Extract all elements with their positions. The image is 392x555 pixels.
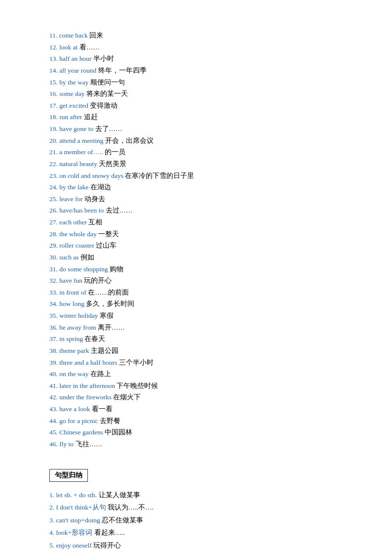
vocab-en: have/has been to [59,207,104,214]
vocab-num: 30. [49,254,59,261]
vocab-zh: 例如 [80,254,94,261]
vocab-zh: 动身去 [84,195,105,203]
vocab-en: run after [59,113,82,121]
vocab-en: attend a meeting [59,137,103,144]
grammar-num: 3. [49,516,56,524]
vocab-en: how long [59,300,84,307]
vocab-zh: 在寒冷的下雪的日子里 [125,172,194,179]
vocab-num: 15. [49,79,59,86]
vocab-item: 35. winter holiday 寒假 [49,310,353,322]
vocab-zh: 去野餐 [100,417,120,425]
vocab-num: 11. [49,32,59,39]
vocab-item: 19. have gone to 去了…… [49,123,353,135]
vocab-num: 34. [49,300,59,307]
vocab-num: 26. [49,207,59,214]
vocab-item: 16. some day 将来的某一天 [49,88,353,100]
vocab-item: 36. be away from 离开…… [49,322,353,334]
vocab-zh: 变得激动 [90,102,118,109]
grammar-item: 4. look+形容词 看起来….. [49,526,353,539]
vocab-zh: 半小时 [93,55,114,62]
vocab-en: natural beauty [59,160,97,168]
vocab-item: 26. have/has been to 去过…… [49,205,353,216]
vocab-item: 14. all year round 终年，一年四季 [49,65,353,77]
vocab-num: 12. [49,43,59,51]
vocab-zh: 天然美景 [99,160,126,168]
vocab-num: 35. [49,312,59,319]
vocab-item: 13. half an hour 半小时 [49,53,353,65]
vocab-en: have gone to [59,125,93,132]
vocab-num: 25. [49,195,59,203]
vocab-num: 39. [49,359,59,366]
vocab-en: under the fireworks [59,393,112,401]
vocab-item: 39. three and a half hours 三个半小时 [49,357,353,369]
vocab-zh: 过山车 [96,242,117,249]
vocab-item: 43. have a look 看一看 [49,403,353,415]
vocab-en: have a look [59,405,90,413]
vocab-num: 45. [49,428,59,436]
grammar-num: 2. [49,504,56,511]
vocab-en: on the way [59,370,88,378]
vocab-item: 38. theme park 主题公园 [49,345,353,357]
grammar-en: enjoy oneself [56,542,92,549]
vocab-en: winter holiday [59,312,98,319]
vocab-num: 19. [49,125,59,132]
vocab-zh: 去过…… [106,207,133,214]
vocab-item: 37. in spring 在春天 [49,333,353,345]
vocab-en: a member of….. [59,148,103,156]
vocab-item: 28. the whole day 一整天 [49,228,353,240]
grammar-zh: 我认为…..不…. [108,504,154,511]
vocab-zh: 互相 [88,218,102,226]
vocab-zh: 一整天 [98,230,119,238]
vocab-zh: 多久，多长时间 [86,300,134,307]
grammar-en: can't stop+doing [56,516,100,524]
vocab-en: come back [59,32,88,39]
vocab-en: roller coaster [59,242,94,249]
vocab-item: 45. Chinese gardens 中国园林 [49,427,353,438]
vocab-zh: 去了…… [95,125,122,132]
vocab-num: 32. [49,277,59,284]
vocab-item: 46. fly to 飞往…… [49,438,353,450]
grammar-num: 5. [49,542,56,549]
vocab-item: 24. by the lake 在湖边 [49,181,353,193]
grammar-zh: 让某人做某事 [99,491,140,499]
vocab-item: 25. leave for 动身去 [49,193,353,205]
vocab-zh: 玩的开心 [84,277,112,284]
vocab-en: fly to [59,440,74,448]
vocab-en: later in the afternoon [59,382,115,389]
vocab-zh: 将来的某一天 [86,90,128,97]
vocab-en: some day [59,90,84,97]
vocab-en: Chinese gardens [59,428,103,436]
grammar-zh: 看起来….. [94,529,125,536]
vocab-en: by the lake [59,183,88,191]
vocab-zh: 飞往…… [76,440,103,448]
vocab-num: 29. [49,242,59,249]
vocab-zh: 看一看 [92,405,113,413]
vocab-num: 23. [49,172,59,179]
vocab-en: the whole day [59,230,97,238]
vocab-en: by the way [59,79,88,86]
vocab-num: 33. [49,289,59,296]
grammar-zh: 忍不住做某事 [102,516,143,524]
vocab-num: 43. [49,405,59,413]
grammar-en: I don't think+从句 [56,504,106,511]
vocab-zh: 的一员 [105,148,125,156]
vocab-en: half an hour [59,55,91,62]
vocab-item: 44. go for a picnic 去野餐 [49,415,353,427]
vocab-item: 22. natural beauty 天然美景 [49,158,353,170]
vocab-zh: 顺便问一句 [90,79,125,86]
vocab-item: 18. run after 追赶 [49,111,353,123]
vocab-en: have fun [59,277,82,284]
grammar-en: look+形容词 [56,529,93,536]
vocab-zh: 寒假 [100,312,114,319]
vocab-zh: 回来 [89,32,103,39]
grammar-zh: 玩得开心 [93,542,121,549]
vocab-num: 21. [49,148,59,156]
grammar-num: 4. [49,529,56,536]
vocab-item: 30. such as 例如 [49,252,353,263]
vocab-num: 41. [49,382,59,389]
grammar-en: let sb. + do sth. [56,491,97,499]
vocab-en: leave for [59,195,83,203]
vocab-zh: 在春天 [84,335,105,342]
vocab-list: 11. come back 回来12. look at 看……13. half … [49,30,353,450]
vocab-zh: 下午晚些时候 [117,382,158,389]
